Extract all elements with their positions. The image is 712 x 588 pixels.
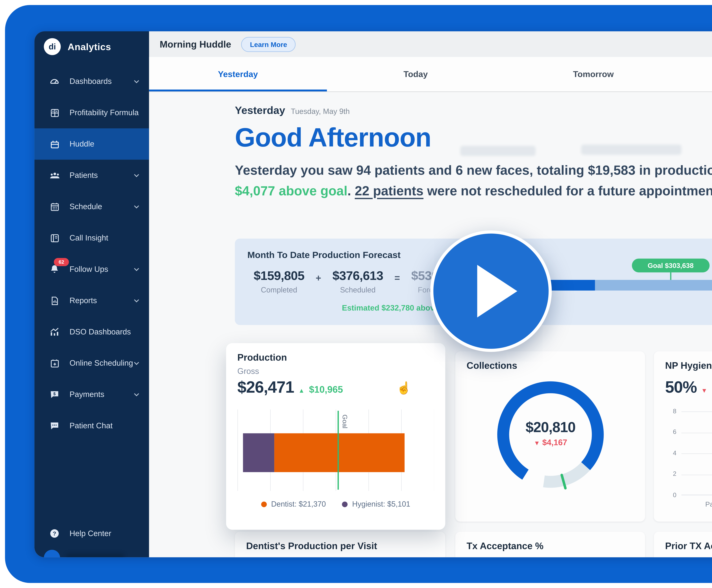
dentist-bar-segment (274, 433, 404, 472)
collections-card[interactable]: Collections $20,810 ▼ $4,167 (455, 351, 645, 522)
sidebar-item-label: Help Center (69, 529, 111, 538)
np-value: 50% (665, 378, 697, 397)
equals-sign: = (395, 272, 400, 283)
scheduled-value: $376,613 (332, 269, 383, 283)
card-title: NP Hygiene Reappointment (665, 360, 712, 371)
sidebar-item-schedule[interactable]: Schedule (35, 191, 149, 222)
legend-dentist: Dentist: $21,370 (261, 500, 326, 508)
chevron-down-icon (133, 203, 140, 210)
sidebar-item-huddle[interactable]: Huddle (35, 128, 149, 160)
hero-section: Yesterday Tuesday, May 9th Good Afternoo… (235, 105, 712, 214)
sidebar-item-label: DSO Dashboards (69, 328, 131, 336)
huddle-content: Yesterday Tuesday, May 9th Good Afternoo… (149, 92, 712, 558)
sidebar-item-label: Payments (69, 390, 104, 399)
sidebar-item-online-scheduling[interactable]: Online Scheduling (35, 348, 149, 379)
hygienist-bar-segment (243, 433, 274, 472)
sidebar-item-patient-chat[interactable]: Patient Chat (35, 410, 149, 441)
app-name: Analytics (68, 41, 111, 52)
sidebar-item-label: Dashboards (69, 77, 112, 86)
card-title: Tx Acceptance % (467, 540, 544, 551)
completed-label: Completed (254, 286, 304, 294)
production-value: $26,471 (237, 378, 294, 397)
sidebar-item-profitability-formula[interactable]: Profitability Formula (35, 97, 149, 128)
chevron-down-icon (133, 359, 141, 367)
up-triangle-icon: ▲ (298, 387, 305, 394)
production-subtitle: Gross (237, 366, 259, 376)
not-rescheduled-patients-link[interactable]: 22 patients (355, 183, 423, 197)
above-goal-highlight: $4,077 above goal (235, 183, 348, 197)
topbar: Morning Huddle Learn More (149, 31, 712, 57)
tab-yesterday[interactable]: Yesterday (149, 57, 327, 91)
y-tick: 2 (663, 470, 676, 477)
production-goal-label: Goal (341, 415, 349, 428)
sidebar-item-payments[interactable]: $ Payments (35, 379, 149, 410)
sidebar-item-dashboards[interactable]: Dashboards (35, 66, 149, 97)
collections-delta: ▼ $4,167 (497, 438, 604, 447)
sidebar-item-dso-dashboards[interactable]: DSO Dashboards (35, 316, 149, 348)
avatar (44, 550, 60, 557)
user-name-redacted (66, 553, 124, 557)
sidebar-item-call-insight[interactable]: Call Insight (35, 222, 149, 254)
help-question-icon: ? (48, 527, 61, 540)
production-goal-line (338, 411, 339, 490)
hero-message: Yesterday you saw 94 patients and 6 new … (235, 160, 712, 201)
hand-cursor-icon: ☝ (396, 381, 411, 395)
sidebar-item-follow-ups[interactable]: 62 Follow Ups (35, 254, 149, 285)
tab-today[interactable]: Today (327, 57, 504, 91)
down-triangle-icon: ▼ (534, 440, 540, 446)
collections-value: $20,810 (497, 419, 604, 436)
sidebar-item-label: Follow Ups (69, 265, 108, 274)
card-title: Dentist's Production per Visit (246, 540, 377, 551)
legend-label: Dentist: $21,370 (271, 500, 326, 508)
sidebar-item-patients[interactable]: Patients (35, 160, 149, 191)
down-triangle-icon: ▼ (701, 387, 708, 394)
active-tab-underline (149, 89, 327, 91)
sidebar-item-label: Call Insight (69, 233, 108, 242)
hero-day: Yesterday (235, 105, 285, 117)
card-title: Collections (467, 360, 517, 371)
greeting-title: Good Afternoon (235, 123, 712, 153)
sidebar-item-reports[interactable]: Reports (35, 285, 149, 316)
production-card[interactable]: Production Gross $26,471 ▲ $10,965 ☝ (226, 343, 445, 530)
collections-center: $20,810 ▼ $4,167 (497, 419, 604, 447)
day-tabs: Yesterday Today Tomorrow Motivational mi… (149, 57, 712, 92)
hero-message-start: Yesterday you saw 94 patients and 6 new … (235, 163, 712, 177)
sidebar-item-help-center[interactable]: ? Help Center (35, 521, 149, 546)
sidebar-item-label: Reports (69, 296, 97, 305)
hero-message-dot: . (348, 183, 355, 197)
tab-motivational-minute[interactable]: Motivational minute (682, 57, 712, 91)
production-stacked-bar (243, 433, 404, 472)
legend-hygienist: Hygienist: $5,101 (342, 500, 410, 508)
video-play-button[interactable] (430, 230, 552, 352)
huddle-board-icon (48, 138, 61, 150)
collections-delta-value: $4,167 (542, 438, 567, 447)
plus-sign: + (316, 272, 321, 283)
learn-more-button[interactable]: Learn More (241, 37, 296, 52)
tx-acceptance-card[interactable]: Tx Acceptance % (455, 532, 645, 557)
chevron-down-icon (133, 391, 140, 398)
x-label-patients: Patients (683, 500, 712, 508)
chevron-down-icon (133, 266, 140, 273)
hygienist-dot-icon (342, 501, 348, 507)
sidebar-item-label: Patients (69, 171, 98, 180)
trend-chart-icon (48, 326, 61, 338)
goal-marker-line (670, 272, 671, 280)
svg-text:$: $ (53, 392, 56, 396)
app-logo[interactable]: di Analytics (44, 38, 111, 55)
tab-tomorrow[interactable]: Tomorrow (504, 57, 682, 91)
y-tick: 8 (663, 407, 676, 415)
sidebar-item-label: Profitability Formula (69, 108, 139, 117)
chat-bubble-icon (48, 420, 61, 432)
production-chart: Goal (237, 410, 434, 491)
sidebar-item-label: Online Scheduling (69, 359, 133, 368)
scheduled-label: Scheduled (332, 286, 383, 294)
np-bar-chart (682, 411, 712, 495)
hero-message-end: were not rescheduled for a future appoin… (423, 183, 712, 197)
user-profile[interactable] (44, 550, 124, 557)
prior-tx-accepted-card[interactable]: Prior TX Accepted (654, 532, 712, 557)
di-logo-icon: di (44, 38, 61, 55)
np-hygiene-reappointment-card[interactable]: NP Hygiene Reappointment 50% ▼ 28.0% 8 6… (654, 351, 712, 522)
hero-date: Tuesday, May 9th (291, 107, 350, 116)
dentist-production-per-visit-card[interactable]: Dentist's Production per Visit (235, 532, 445, 557)
sidebar-item-label: Patient Chat (69, 421, 113, 430)
